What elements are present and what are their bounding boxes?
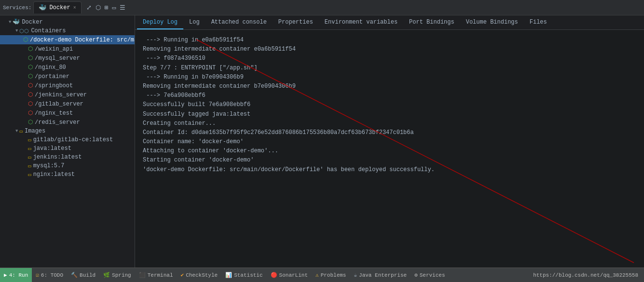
- todo-status-item[interactable]: ☑ 6: TODO: [32, 268, 67, 282]
- green-container-icon: ⬡: [28, 45, 33, 53]
- arrow-icon: ▼: [9, 20, 11, 25]
- image-icon: ▭: [28, 172, 31, 178]
- checkstyle-status-item[interactable]: ✔ CheckStyle: [177, 268, 222, 282]
- tree-label: jenkins:latest: [33, 154, 82, 161]
- tab-port-bindings[interactable]: Port Bindings: [403, 15, 460, 29]
- terminal-status-item[interactable]: ⬛ Terminal: [135, 268, 177, 282]
- red-container-icon: ⬡: [28, 109, 33, 117]
- log-line-6: Step 7/7 : ENTRYPOINT ["/app.sh"]: [143, 64, 636, 73]
- tree-item-9[interactable]: ⬡/gitlab_server: [0, 99, 135, 108]
- tree-item-14[interactable]: ▭java:latest: [0, 144, 135, 153]
- statistic-status-item[interactable]: 📊 Statistic: [221, 268, 266, 282]
- tree-label: /docker-demo Dockerfile: src/main/docker…: [30, 37, 135, 43]
- checkstyle-label: CheckStyle: [186, 272, 218, 278]
- java-enterprise-label: Java Enterprise: [359, 272, 407, 278]
- red-container-icon: ⬡: [28, 91, 33, 98]
- arrow-icon: ▼: [15, 129, 18, 134]
- tree-label: /weixin_api: [35, 46, 73, 53]
- tab-environment-variables[interactable]: Environment variables: [319, 15, 403, 29]
- image-icon: ▭: [28, 146, 31, 152]
- checkstyle-icon: ✔: [181, 272, 184, 278]
- build-status-item[interactable]: 🔨 Build: [67, 268, 99, 282]
- tab-properties[interactable]: Properties: [273, 15, 319, 29]
- problems-label: Problems: [321, 272, 346, 278]
- green-container-icon: ⬡: [28, 73, 33, 80]
- status-url[interactable]: https://blog.csdn.net/qq_38225558: [527, 272, 644, 278]
- tree-item-5[interactable]: ⬡/nginx_80: [0, 63, 135, 72]
- tree-item-12[interactable]: ▼▭Images: [0, 127, 135, 135]
- tree-item-7[interactable]: ⬡/springboot: [0, 81, 135, 90]
- log-line-9: ---> Running in b7e0904306b9: [143, 73, 636, 82]
- tree-label: /portainer: [35, 73, 69, 80]
- tree-item-4[interactable]: ⬡/mysql_server: [0, 54, 135, 63]
- tree-label: java:latest: [33, 145, 71, 152]
- run-status-item[interactable]: ▶ 4: Run: [0, 268, 32, 282]
- arrow-icon: ▼: [15, 28, 18, 33]
- terminal-icon: ⬛: [139, 272, 146, 278]
- log-content[interactable]: ---> Running in e0a6b5911f54Removing int…: [135, 30, 644, 180]
- status-bar: ▶ 4: Run ☑ 6: TODO 🔨 Build 🌿 Spring ⬛ Te…: [0, 268, 644, 282]
- tab-volume-bindings[interactable]: Volume Bindings: [460, 15, 524, 29]
- log-line-17: Successfully tagged java:latest: [143, 110, 636, 119]
- main-layout: ▼🐳Docker▼⬡⬡Containers ⬡/docker-demo Dock…: [0, 15, 644, 268]
- docker-tab[interactable]: 🐳 Docker ×: [33, 1, 81, 13]
- run-label: 4: Run: [9, 272, 28, 278]
- tab-log[interactable]: Log: [183, 15, 206, 29]
- log-line-24: 'docker-demo Dockerfile: src/main/docker…: [143, 165, 636, 175]
- tab-files[interactable]: Files: [524, 15, 553, 29]
- services-label: Services: [420, 272, 445, 278]
- tab-attached-console[interactable]: Attached console: [206, 15, 273, 29]
- tree-label: Images: [25, 128, 45, 134]
- green-container-icon: ⬡: [23, 36, 28, 43]
- sonarlint-label: SonarLint: [279, 272, 308, 278]
- java-enterprise-status-item[interactable]: ☕ Java Enterprise: [350, 268, 411, 282]
- statistic-icon: 📊: [225, 272, 232, 278]
- tree-label: Docker: [22, 19, 42, 26]
- run-icon: ▶: [4, 272, 7, 278]
- expand-icon[interactable]: ⤢: [86, 4, 92, 12]
- log-line-21: Container name: 'docker-demo': [143, 137, 636, 147]
- grid-icon[interactable]: ⊞: [105, 4, 109, 12]
- tree-item-13[interactable]: ▭gitlab/gitlab-ce:latest: [0, 135, 135, 144]
- green-container-icon: ⬡: [28, 119, 33, 126]
- tree-item-6[interactable]: ⬡/portainer: [0, 72, 135, 81]
- split-h-icon[interactable]: ▭: [112, 4, 116, 12]
- tree-label: gitlab/gitlab-ce:latest: [33, 136, 113, 143]
- problems-status-item[interactable]: ⚠ Problems: [312, 268, 350, 282]
- image-icon: ▭: [28, 154, 31, 161]
- todo-icon: ☑: [36, 272, 39, 278]
- tree-label: /nginx_80: [35, 64, 66, 71]
- tree-label: /jenkins_server: [35, 92, 87, 98]
- log-line-22: Attaching to container 'docker-demo'...: [143, 147, 636, 156]
- tree-item-15[interactable]: ▭jenkins:latest: [0, 153, 135, 161]
- log-line-13: ---> 7e6a908ebbf6: [143, 91, 636, 100]
- build-icon: 🔨: [71, 272, 78, 278]
- terminal-label: Terminal: [148, 272, 173, 278]
- spring-status-item[interactable]: 🌿 Spring: [99, 268, 135, 282]
- log-line-0: ---> Running in e0a6b5911f54: [143, 36, 636, 45]
- build-label: Build: [80, 272, 96, 278]
- spring-label: Spring: [112, 272, 131, 278]
- tree-item-17[interactable]: ▭nginx:latest: [0, 170, 135, 179]
- tree-item-2[interactable]: ⬡/docker-demo Dockerfile: src/main/docke…: [0, 35, 135, 44]
- tree-label: Containers: [31, 27, 66, 34]
- sonarlint-status-item[interactable]: 🔴 SonarLint: [267, 268, 312, 282]
- docker-tab-icon: 🐳: [39, 4, 46, 12]
- tree-item-8[interactable]: ⬡/jenkins_server: [0, 90, 135, 99]
- tree-item-16[interactable]: ▭mysql:5.7: [0, 161, 135, 170]
- services-status-item[interactable]: ⚙ Services: [411, 268, 449, 282]
- tree-item-0[interactable]: ▼🐳Docker: [0, 17, 135, 27]
- split-v-icon[interactable]: ☰: [120, 4, 125, 12]
- tree-item-10[interactable]: ⬡/nginx_test: [0, 108, 135, 118]
- tree-item-3[interactable]: ⬡/weixin_api: [0, 44, 135, 54]
- tree-item-1[interactable]: ▼⬡⬡Containers: [0, 27, 135, 35]
- docker-tab-close[interactable]: ×: [73, 5, 76, 11]
- images-icon: ▭: [19, 128, 23, 134]
- tree-item-11[interactable]: ⬡/redis_server: [0, 118, 135, 127]
- docker-tab-label: Docker: [49, 4, 70, 11]
- restore-icon[interactable]: ⬡: [96, 4, 101, 12]
- log-line-2: Removing intermediate container e0a6b591…: [143, 45, 636, 54]
- tab-deploy-log[interactable]: Deploy Log: [137, 15, 183, 29]
- tabs-bar: Deploy LogLogAttached consolePropertiesE…: [135, 15, 644, 30]
- tree-label: /redis_server: [35, 119, 80, 126]
